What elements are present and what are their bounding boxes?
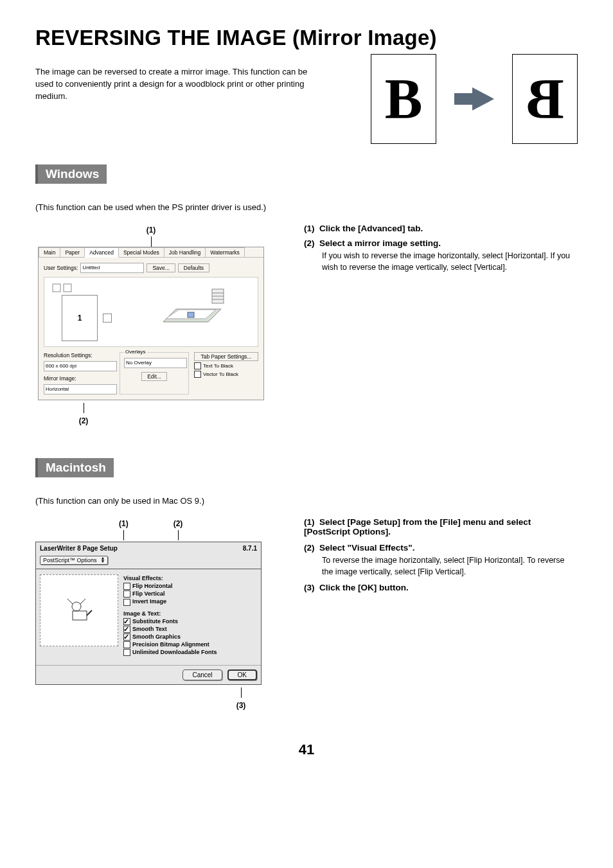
postscript-options-popup[interactable]: PostScript™ Options ▲▼ bbox=[40, 556, 108, 565]
letter-b: B bbox=[385, 71, 423, 127]
checkbox-icon bbox=[123, 641, 130, 648]
svg-rect-1 bbox=[64, 284, 71, 292]
tab-paper-settings-button[interactable]: Tab Paper Settings... bbox=[194, 352, 258, 361]
pointer-line-icon bbox=[241, 687, 242, 698]
substitute-fonts-label: Substitute Fonts bbox=[132, 618, 178, 624]
windows-note: (This function can be used when the PS p… bbox=[35, 202, 578, 212]
mac-callout-1: (1) bbox=[119, 519, 129, 528]
overlay-edit-button[interactable]: Edit... bbox=[141, 372, 167, 381]
mac-step-2-number: (2) bbox=[304, 543, 315, 553]
precision-bitmap-checkbox[interactable]: Precision Bitmap Alignment bbox=[123, 641, 257, 648]
step-1-title: Click the [Advanced] tab. bbox=[319, 224, 423, 233]
section-heading-windows: Windows bbox=[35, 164, 107, 184]
image-text-label: Image & Text: bbox=[123, 610, 257, 617]
mac-callout-2: (2) bbox=[173, 519, 183, 528]
mac-callout-3: (3) bbox=[236, 701, 246, 710]
resolution-select[interactable]: 600 x 600 dpi bbox=[44, 361, 117, 371]
flip-vertical-label: Flip Vertical bbox=[132, 590, 165, 597]
invert-image-checkbox[interactable]: Invert Image bbox=[123, 598, 257, 605]
step-2-body: If you wish to reverse the image horizon… bbox=[322, 251, 578, 273]
resolution-label: Resolution Settings: bbox=[44, 352, 114, 359]
flip-vertical-checkbox[interactable]: Flip Vertical bbox=[123, 590, 257, 598]
user-settings-label: User Settings: bbox=[44, 265, 78, 271]
user-settings-input[interactable]: Untitled bbox=[80, 263, 144, 273]
save-button[interactable]: Save... bbox=[147, 263, 175, 272]
overlays-legend: Overlays bbox=[124, 349, 147, 355]
printer-tray-icon bbox=[157, 287, 227, 338]
svg-rect-9 bbox=[73, 611, 87, 620]
tab-job-handling[interactable]: Job Handling bbox=[164, 247, 206, 257]
checkbox-checked-icon bbox=[123, 633, 130, 641]
invert-image-label: Invert Image bbox=[132, 598, 166, 605]
checkbox-icon bbox=[194, 371, 201, 378]
checkbox-icon bbox=[123, 583, 130, 590]
step-2-title: Select a mirror image setting. bbox=[319, 238, 441, 248]
flip-horizontal-checkbox[interactable]: Flip Horizontal bbox=[123, 582, 257, 590]
step-2-number: (2) bbox=[304, 238, 315, 248]
pointer-line-icon bbox=[123, 530, 124, 540]
flip-horizontal-label: Flip Horizontal bbox=[132, 583, 173, 589]
page-icon bbox=[188, 312, 194, 317]
step-1-number: (1) bbox=[304, 224, 315, 233]
mac-dialog-version: 8.7.1 bbox=[243, 545, 257, 552]
windows-tabs: Main Paper Advanced Special Modes Job Ha… bbox=[39, 247, 263, 258]
vector-to-black-label: Vector To Black bbox=[203, 371, 238, 377]
smooth-graphics-label: Smooth Graphics bbox=[132, 633, 181, 640]
ok-button[interactable]: OK bbox=[227, 669, 257, 680]
orientation-icon bbox=[52, 283, 74, 292]
mac-step-3-title: Click the [OK] button. bbox=[319, 583, 409, 592]
overlay-select[interactable]: No Overlay bbox=[124, 358, 187, 368]
pointer-line-icon bbox=[151, 236, 152, 247]
mirror-image-label: Mirror Image: bbox=[44, 375, 114, 382]
mac-step-1-title: Select [Page Setup] from the [File] menu… bbox=[304, 517, 531, 536]
mac-step-3-number: (3) bbox=[304, 583, 315, 592]
svg-point-8 bbox=[72, 602, 81, 611]
example-letter-mirrored: B bbox=[512, 54, 578, 144]
smooth-text-checkbox[interactable]: Smooth Text bbox=[123, 625, 257, 633]
section-heading-macintosh: Macintosh bbox=[35, 458, 114, 477]
text-to-black-checkbox[interactable]: Text To Black bbox=[194, 362, 258, 369]
mac-step-2-title: Select "Visual Effects". bbox=[319, 543, 414, 553]
mac-dialog: LaserWriter 8 Page Setup 8.7.1 PostScrip… bbox=[35, 542, 262, 685]
unlimited-fonts-checkbox[interactable]: Unlimited Downloadable Fonts bbox=[123, 648, 257, 656]
defaults-button[interactable]: Defaults bbox=[178, 263, 209, 272]
smooth-graphics-checkbox[interactable]: Smooth Graphics bbox=[123, 633, 257, 641]
tab-special-modes[interactable]: Special Modes bbox=[118, 247, 164, 257]
pointer-line-icon bbox=[84, 403, 84, 413]
page-preview: 1 bbox=[62, 295, 98, 341]
tab-advanced[interactable]: Advanced bbox=[84, 247, 119, 258]
arrow-right-icon bbox=[472, 87, 494, 111]
tab-watermarks[interactable]: Watermarks bbox=[205, 247, 245, 257]
substitute-fonts-checkbox[interactable]: Substitute Fonts bbox=[123, 617, 257, 625]
text-to-black-label: Text To Black bbox=[203, 363, 233, 369]
tab-paper[interactable]: Paper bbox=[60, 247, 85, 257]
svg-rect-0 bbox=[53, 284, 60, 292]
page-title: REVERSING THE IMAGE (Mirror Image) bbox=[35, 26, 578, 50]
page-number: 41 bbox=[35, 741, 578, 758]
intro-text: The image can be reversed to create a mi… bbox=[35, 66, 312, 103]
tab-main[interactable]: Main bbox=[39, 247, 60, 257]
checkbox-icon bbox=[123, 649, 130, 656]
dog-preview-icon bbox=[64, 595, 94, 626]
mac-preview bbox=[40, 574, 118, 646]
vector-to-black-checkbox[interactable]: Vector To Black bbox=[194, 371, 258, 378]
cancel-button[interactable]: Cancel bbox=[182, 669, 222, 680]
mac-step-1-number: (1) bbox=[304, 517, 315, 527]
example-block: B B bbox=[371, 54, 578, 144]
callout-2: (2) bbox=[79, 416, 89, 425]
popup-label: PostScript™ Options bbox=[43, 557, 97, 563]
mirror-image-select[interactable]: Horizontal bbox=[44, 384, 117, 394]
option-icon bbox=[103, 314, 112, 323]
callout-1: (1) bbox=[147, 226, 156, 235]
checkbox-icon bbox=[123, 590, 130, 598]
updown-arrows-icon: ▲▼ bbox=[101, 557, 105, 563]
unlimited-fonts-label: Unlimited Downloadable Fonts bbox=[132, 649, 217, 655]
visual-effects-label: Visual Effects: bbox=[123, 574, 257, 582]
windows-dialog: Main Paper Advanced Special Modes Job Ha… bbox=[38, 247, 264, 400]
precision-bitmap-label: Precision Bitmap Alignment bbox=[132, 641, 209, 648]
page-number-label: 1 bbox=[78, 314, 82, 323]
example-letter-normal: B bbox=[371, 54, 436, 144]
mac-dialog-title: LaserWriter 8 Page Setup bbox=[40, 545, 118, 552]
checkbox-icon bbox=[194, 362, 201, 369]
checkbox-icon bbox=[123, 599, 130, 606]
